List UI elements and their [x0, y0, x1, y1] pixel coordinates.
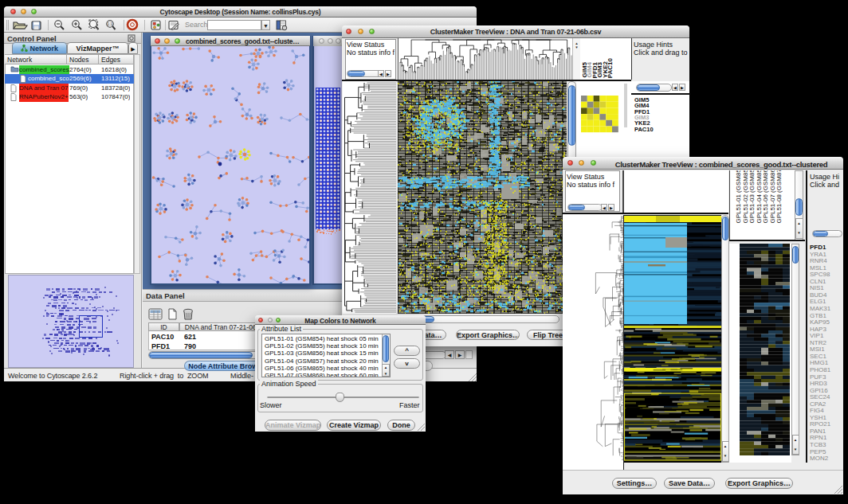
svg-text:1:1: 1:1	[108, 22, 113, 26]
svg-text:Search:: Search:	[185, 21, 210, 29]
